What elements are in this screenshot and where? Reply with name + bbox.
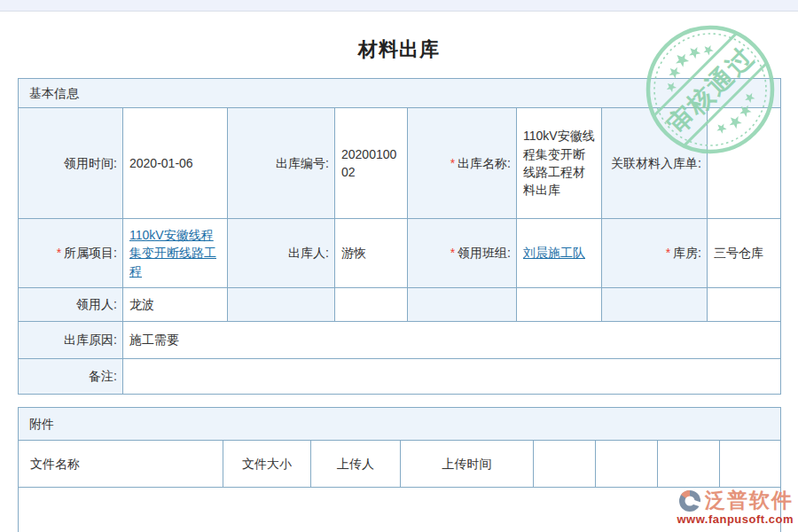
value-project: 110kV安徽线程集变开断线路工程 <box>123 219 228 288</box>
value-pickup-team: 刘晨施工队 <box>517 219 602 288</box>
form-content: 基本信息 领用时间: 2020-01-06 出库编号: 2020010002 *… <box>18 78 780 532</box>
empty-label-cell <box>602 288 708 322</box>
label-remark: 备注: <box>19 359 123 395</box>
col-header-empty <box>596 441 658 488</box>
empty-value-cell <box>335 288 408 322</box>
value-outbound-reason: 施工需要 <box>123 322 781 359</box>
attachments-table: 附件 文件名称 文件大小 上传人 上传时间 <box>18 407 781 532</box>
col-header-uploader: 上传人 <box>311 441 401 488</box>
page-title: 材料出库 <box>0 36 798 63</box>
value-outbound-name: 110kV安徽线程集变开断线路工程材料出库 <box>517 108 602 219</box>
label-outbound-name-text: 出库名称: <box>458 156 511 170</box>
empty-label-cell <box>228 288 335 322</box>
pickup-team-link[interactable]: 刘晨施工队 <box>523 246 585 260</box>
fanpu-logo-icon <box>677 489 702 513</box>
label-warehouse: *库房: <box>602 219 708 288</box>
label-outbound-name: *出库名称: <box>408 108 517 219</box>
required-asterisk: * <box>57 246 61 260</box>
col-header-empty <box>720 441 781 488</box>
label-outbound-reason: 出库原因: <box>19 322 123 359</box>
empty-value-cell <box>517 288 602 322</box>
value-linked-inbound <box>708 108 781 219</box>
col-header-empty <box>534 441 596 488</box>
label-pickup-team-text: 领用班组: <box>458 246 511 260</box>
empty-label-cell <box>408 288 517 322</box>
label-outbound-no: 出库编号: <box>228 108 335 219</box>
value-outbound-no: 2020010002 <box>335 108 408 219</box>
attachments-empty-row <box>19 488 781 532</box>
value-issuer: 游恢 <box>335 219 408 288</box>
value-picker: 龙波 <box>123 288 228 322</box>
col-header-file-name: 文件名称 <box>19 441 223 488</box>
required-asterisk: * <box>450 246 455 260</box>
label-pickup-team: *领用班组: <box>408 219 517 288</box>
label-picker: 领用人: <box>19 288 123 322</box>
fanpu-logo-url: www.fanpusoft.com <box>677 512 794 526</box>
required-asterisk: * <box>450 156 455 170</box>
value-pickup-time: 2020-01-06 <box>123 108 228 219</box>
col-header-file-size: 文件大小 <box>223 441 311 488</box>
fanpu-logo: 泛普软件 www.fanpusoft.com <box>677 487 794 526</box>
required-asterisk: * <box>666 246 670 260</box>
value-warehouse: 三号仓库 <box>708 219 781 288</box>
basic-info-table: 基本信息 领用时间: 2020-01-06 出库编号: 2020010002 *… <box>18 78 781 395</box>
col-header-upload-time: 上传时间 <box>401 441 534 488</box>
value-remark <box>123 359 781 395</box>
label-issuer: 出库人: <box>228 219 335 288</box>
col-header-empty <box>658 441 720 488</box>
label-linked-inbound: 关联材料入库单: <box>602 108 708 219</box>
top-bar <box>0 0 798 12</box>
empty-value-cell <box>708 288 781 322</box>
label-warehouse-text: 库房: <box>673 246 701 260</box>
label-pickup-time: 领用时间: <box>19 108 123 219</box>
section-header-attachments: 附件 <box>19 408 781 441</box>
fanpu-logo-text: 泛普软件 <box>705 487 794 514</box>
project-link[interactable]: 110kV安徽线程集变开断线路工程 <box>129 228 216 278</box>
label-project: *所属项目: <box>19 219 123 288</box>
section-header-basic-info: 基本信息 <box>19 79 781 108</box>
label-project-text: 所属项目: <box>64 246 117 260</box>
